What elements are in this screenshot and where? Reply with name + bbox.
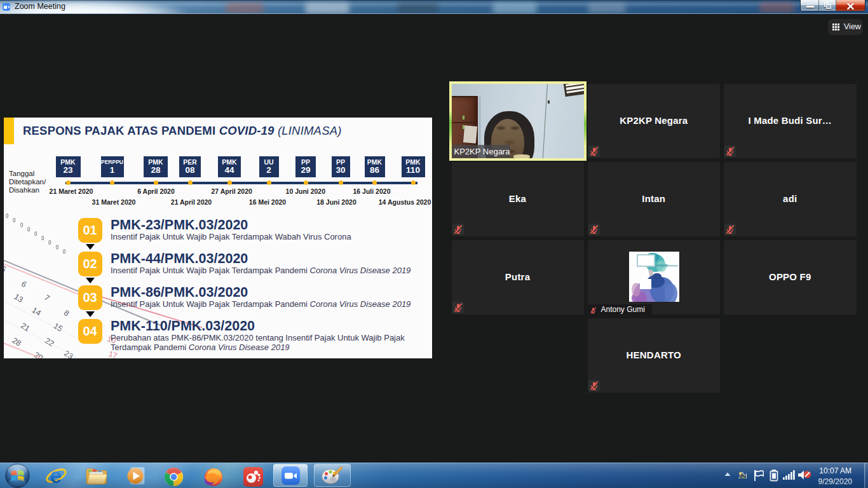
svg-text:e: e [50, 465, 62, 486]
